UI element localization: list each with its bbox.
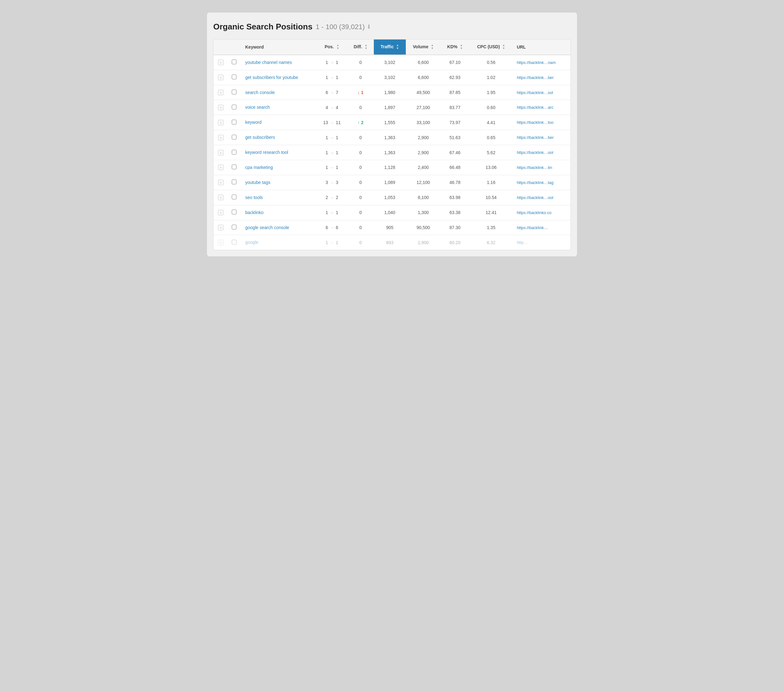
url-cell: https://backlink…tag (513, 175, 570, 190)
expand-cell[interactable]: › (214, 55, 228, 70)
traffic-cell: 1,089 (374, 175, 406, 190)
keyword-cell: seo tools (240, 190, 316, 205)
keyword-link[interactable]: keyword (245, 120, 262, 125)
pos-header[interactable]: Pos. ▲ ▼ (316, 39, 348, 55)
expand-cell[interactable]: › (214, 220, 228, 235)
volume-cell: 12,100 (406, 175, 441, 190)
diff-cell: 0 (348, 220, 374, 235)
traffic-cell: 1,040 (374, 205, 406, 220)
keyword-link[interactable]: youtube tags (245, 180, 270, 185)
row-checkbox[interactable] (232, 195, 236, 199)
kd-cell: 83.77 (441, 100, 469, 115)
diff-sort-icon: ▲ ▼ (365, 44, 367, 50)
volume-cell: 6,600 (406, 55, 441, 70)
keyword-link[interactable]: search console (245, 90, 275, 95)
kd-header[interactable]: KD% ▲ ▼ (441, 39, 469, 55)
row-checkbox-cell (228, 145, 240, 160)
cpc-cell: 0.65 (469, 130, 513, 145)
traffic-header[interactable]: Traffic ▲ ▼ (374, 39, 406, 55)
kd-cell: 73.97 (441, 115, 469, 130)
expand-cell[interactable]: › (214, 190, 228, 205)
expand-cell[interactable]: › (214, 205, 228, 220)
keyword-link[interactable]: google (245, 240, 259, 245)
row-checkbox[interactable] (232, 150, 236, 155)
kd-cell: 67.10 (441, 55, 469, 70)
keyword-link[interactable]: google search console (245, 225, 289, 230)
table-row: ›seo tools2 → 201,0538,10063.9810.54http… (214, 190, 570, 205)
cpc-cell: 1.95 (469, 85, 513, 100)
page-header: Organic Search Positions 1 - 100 (39,021… (213, 22, 571, 32)
expand-cell[interactable]: › (214, 175, 228, 190)
row-checkbox[interactable] (232, 210, 236, 214)
url-cell: https://backlink…tin (513, 160, 570, 175)
row-checkbox[interactable] (232, 240, 236, 245)
expand-icon[interactable]: › (218, 179, 224, 185)
keyword-link[interactable]: youtube channel names (245, 60, 292, 65)
keyword-cell: cpa marketing (240, 160, 316, 175)
row-checkbox[interactable] (232, 135, 236, 140)
expand-cell[interactable]: › (214, 145, 228, 160)
url-cell: https://backlink…sol (513, 85, 570, 100)
diff-cell: 0 (348, 70, 374, 85)
table-row: ›keyword13 → 11↑ 21,55533,10073.974.41ht… (214, 115, 570, 130)
expand-cell[interactable]: › (214, 115, 228, 130)
keyword-link[interactable]: get subscribers (245, 135, 275, 140)
traffic-cell: 1,555 (374, 115, 406, 130)
table-row: ›google search console6 → 6090590,50087.… (214, 220, 570, 235)
expand-icon[interactable]: › (218, 225, 224, 230)
diff-header[interactable]: Diff. ▲ ▼ (348, 39, 374, 55)
row-checkbox[interactable] (232, 120, 236, 125)
expand-icon[interactable]: › (218, 75, 224, 80)
expand-cell[interactable]: › (214, 85, 228, 100)
info-icon[interactable]: ℹ (368, 24, 370, 30)
cpc-cell: 1.35 (469, 220, 513, 235)
row-checkbox-cell (228, 55, 240, 70)
expand-cell[interactable]: › (214, 100, 228, 115)
diff-cell: 0 (348, 145, 374, 160)
expand-cell[interactable]: › (214, 130, 228, 145)
row-checkbox-cell (228, 130, 240, 145)
row-checkbox[interactable] (232, 164, 236, 169)
row-checkbox[interactable] (232, 179, 236, 184)
kd-cell: 87.85 (441, 85, 469, 100)
expand-cell[interactable]: › (214, 235, 228, 250)
diff-cell: 0 (348, 235, 374, 250)
row-checkbox-cell (228, 115, 240, 130)
pos-cell: 1 → 1 (316, 235, 348, 250)
expand-icon[interactable]: › (218, 59, 224, 65)
kd-cell: 51.63 (441, 130, 469, 145)
volume-header[interactable]: Volume ▲ ▼ (406, 39, 441, 55)
expand-cell[interactable]: › (214, 70, 228, 85)
diff-cell: 0 (348, 100, 374, 115)
pos-cell: 13 → 11 (316, 115, 348, 130)
expand-icon[interactable]: › (218, 210, 224, 215)
expand-icon[interactable]: › (218, 90, 224, 95)
keyword-link[interactable]: seo tools (245, 195, 263, 200)
cpc-header[interactable]: CPC (USD) ▲ ▼ (469, 39, 513, 55)
expand-icon[interactable]: › (218, 164, 224, 170)
expand-cell[interactable]: › (214, 160, 228, 175)
pos-cell: 1 → 1 (316, 145, 348, 160)
row-checkbox[interactable] (232, 59, 236, 64)
keyword-link[interactable]: keyword research tool (245, 150, 288, 155)
keyword-link[interactable]: cpa marketing (245, 165, 273, 170)
traffic-sort-icon: ▲ ▼ (396, 44, 399, 50)
row-checkbox[interactable] (232, 75, 236, 79)
volume-cell: 2,400 (406, 160, 441, 175)
expand-icon[interactable]: › (218, 195, 224, 200)
expand-icon[interactable]: › (218, 150, 224, 155)
row-checkbox[interactable] (232, 90, 236, 94)
expand-icon[interactable]: › (218, 135, 224, 140)
keyword-link[interactable]: get subscribers for youtube (245, 75, 298, 80)
keyword-link[interactable]: voice search (245, 105, 270, 110)
row-checkbox[interactable] (232, 225, 236, 229)
organic-positions-table: Keyword Pos. ▲ ▼ Diff. ▲ ▼ (214, 39, 570, 250)
keyword-link[interactable]: backlinko (245, 210, 264, 215)
kd-cell: 87.30 (441, 220, 469, 235)
expand-icon[interactable]: › (218, 240, 224, 245)
expand-icon[interactable]: › (218, 105, 224, 110)
pos-cell: 2 → 2 (316, 190, 348, 205)
row-checkbox-cell (228, 100, 240, 115)
expand-icon[interactable]: › (218, 120, 224, 125)
row-checkbox[interactable] (232, 105, 236, 109)
